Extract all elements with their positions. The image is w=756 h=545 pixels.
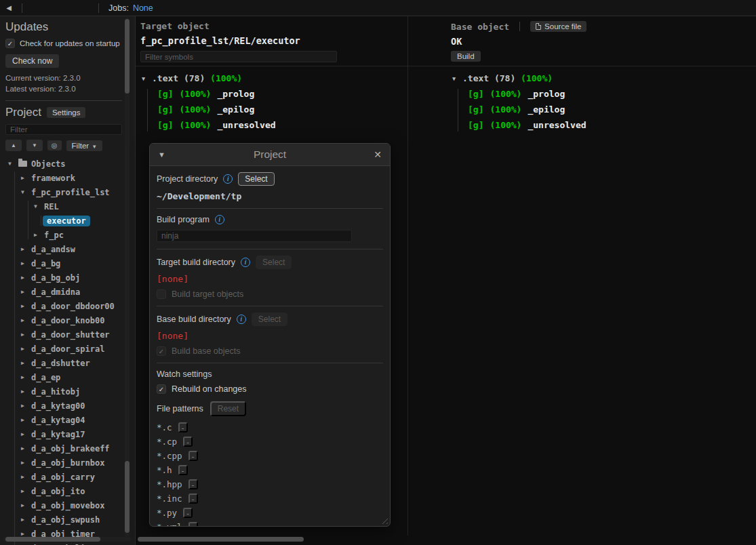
tree-expand-arrow-icon[interactable]: ▶ [21, 517, 31, 523]
remove-pattern-button[interactable]: - [188, 451, 198, 461]
dialog-collapse-arrow-icon[interactable]: ▼ [158, 150, 172, 159]
tree-expand-arrow-icon[interactable]: ▶ [21, 502, 31, 508]
tree-vertical-scrollbar-thumb[interactable] [125, 461, 130, 533]
remove-pattern-button[interactable]: - [188, 479, 198, 489]
sidebar-vertical-scrollbar-thumb[interactable] [125, 19, 130, 94]
sidebar-vertical-scrollbar-track[interactable] [125, 18, 130, 537]
tree-expand-arrow-icon[interactable]: ▶ [21, 289, 31, 295]
rebuild-on-changes-row[interactable]: ✓ Rebuild on changes [157, 384, 383, 394]
tree-filter-dropdown[interactable]: Filter▼ [66, 140, 102, 151]
rebuild-on-changes-checkbox[interactable]: ✓ [157, 384, 166, 394]
remove-pattern-button[interactable]: - [178, 422, 188, 432]
tree-item[interactable]: ▼ Objects [0, 157, 125, 171]
tree-expand-arrow-icon[interactable]: ▶ [21, 403, 31, 409]
tree-expand-arrow-icon[interactable]: ▶ [21, 175, 31, 181]
tree-expand-arrow-icon[interactable]: ▶ [21, 445, 31, 451]
tree-item[interactable]: ▶ framework [0, 171, 125, 185]
tree-expand-arrow-icon[interactable]: ▶ [21, 374, 31, 380]
project-settings-button[interactable]: Settings [47, 107, 86, 118]
info-icon[interactable]: i [237, 315, 246, 324]
tree-item[interactable]: ▶ d_a_obj_brakeeff [0, 441, 125, 456]
project-directory-select-button[interactable]: Select [238, 172, 274, 186]
tree-expand-arrow-icon[interactable]: ▶ [21, 246, 31, 252]
tree-item[interactable]: ▶ d_a_door_spiral [0, 342, 125, 356]
tree-expand-arrow-icon[interactable]: ▶ [21, 474, 31, 480]
section-collapse-arrow-icon[interactable]: ▼ [452, 75, 462, 82]
tree-expand-arrow-icon[interactable]: ▶ [21, 303, 31, 309]
symbol-row[interactable]: [g] (100%) _unresolved [142, 117, 276, 133]
tree-item[interactable]: ▶ d_a_obj_carry [0, 470, 125, 484]
tree-item[interactable]: ▶ d_a_obj_burnbox [0, 456, 125, 470]
symbol-row[interactable]: [g] (100%) _epilog [142, 102, 276, 117]
remove-pattern-button[interactable]: - [178, 465, 188, 475]
info-icon[interactable]: i [215, 215, 224, 224]
build-button[interactable]: Build [451, 51, 481, 62]
tree-expand-arrow-icon[interactable]: ▶ [21, 331, 31, 338]
tree-item[interactable]: ▶ d_a_obj_swpush [0, 512, 125, 527]
main-horizontal-scrollbar-thumb[interactable] [138, 537, 304, 542]
symbol-row[interactable]: [g] (100%) _prolog [142, 86, 276, 102]
tree-item[interactable]: ▶ d_a_ep [0, 370, 125, 384]
tree-item[interactable]: ▶ d_a_kytag17 [0, 427, 125, 441]
check-updates-checkbox[interactable]: ✓ [5, 39, 15, 48]
tree-expand-arrow-icon[interactable]: ▶ [21, 531, 31, 537]
tree-item[interactable]: ▶ d_a_kytag04 [0, 413, 125, 427]
tree-expand-arrow-icon[interactable]: ▼ [8, 161, 18, 167]
info-icon[interactable]: i [223, 174, 233, 184]
close-icon[interactable]: ✕ [368, 149, 382, 160]
remove-pattern-button[interactable]: - [188, 522, 198, 527]
jobs-status[interactable]: None [133, 3, 153, 13]
section-collapse-arrow-icon[interactable]: ▼ [142, 75, 152, 82]
tree-item[interactable]: ▶ d_a_bg_obj [0, 270, 125, 285]
symbol-row[interactable]: [g] (100%) _epilog [452, 102, 586, 117]
remove-pattern-button[interactable]: - [188, 493, 198, 504]
tree-item[interactable]: ▶ d_a_bg [0, 256, 125, 270]
collapse-all-button[interactable]: ▲ [5, 140, 22, 151]
tree-item[interactable]: ▶ d_a_door_knob00 [0, 313, 125, 327]
build-program-input[interactable] [157, 230, 352, 242]
tree-expand-arrow-icon[interactable]: ▶ [21, 431, 31, 437]
tree-expand-arrow-icon[interactable]: ▶ [21, 317, 31, 323]
tree-expand-arrow-icon[interactable]: ▶ [21, 346, 31, 352]
tree-expand-arrow-icon[interactable]: ▶ [21, 388, 31, 395]
tree-item[interactable]: ▶ d_a_door_shutter [0, 327, 125, 342]
tree-expand-arrow-icon[interactable]: ▶ [21, 488, 31, 494]
tree-expand-arrow-icon[interactable]: ▶ [21, 417, 31, 423]
section-header[interactable]: ▼ .text (78) (100%) [142, 70, 276, 86]
tree-item[interactable]: ▶ d_a_door_dbdoor00 [0, 299, 125, 313]
tree-expand-arrow-icon[interactable]: ▶ [34, 232, 44, 238]
source-file-button[interactable]: Source file [530, 21, 586, 32]
tree-expand-arrow-icon[interactable]: ▶ [21, 360, 31, 366]
tree-item[interactable]: ▶ d_a_andsw [0, 242, 125, 256]
tree-expand-arrow-icon[interactable]: ▶ [21, 460, 31, 466]
tree-item[interactable]: ▶ d_a_dmidna [0, 285, 125, 299]
tree-expand-arrow-icon[interactable]: ▶ [21, 275, 31, 281]
tree-item[interactable]: executor [0, 214, 125, 228]
tree-item[interactable]: ▼ REL [0, 199, 125, 214]
tree-expand-arrow-icon[interactable]: ▼ [21, 189, 31, 195]
tree-item[interactable]: ▶ d_a_dshutter [0, 356, 125, 370]
remove-pattern-button[interactable]: - [183, 508, 193, 518]
info-icon[interactable]: i [241, 258, 250, 267]
symbol-row[interactable]: [g] (100%) _unresolved [452, 117, 586, 133]
symbol-row[interactable]: [g] (100%) _prolog [452, 86, 586, 102]
tree-item[interactable]: ▶ d_a_obj_movebox [0, 498, 125, 512]
tree-expand-arrow-icon[interactable]: ▶ [21, 260, 31, 266]
check-updates-checkbox-row[interactable]: ✓ Check for updates on startup [5, 39, 130, 48]
dialog-titlebar[interactable]: ▼ Project ✕ [150, 144, 390, 166]
filter-symbols-input[interactable] [140, 51, 337, 62]
check-now-button[interactable]: Check now [5, 54, 59, 68]
project-filter-input[interactable] [5, 124, 122, 135]
section-header[interactable]: ▼ .text (78) (100%) [452, 70, 586, 86]
remove-pattern-button[interactable]: - [183, 437, 193, 447]
tree-item[interactable]: ▶ d_a_hitobj [0, 384, 125, 399]
back-button[interactable]: ◀ [0, 4, 18, 12]
tree-item[interactable]: ▶ f_pc [0, 228, 125, 242]
tree-item[interactable]: ▶ d_a_kytag00 [0, 399, 125, 413]
sidebar-horizontal-scrollbar-thumb[interactable] [5, 537, 100, 542]
locate-target-button[interactable]: ◎ [47, 140, 62, 150]
expand-all-button[interactable]: ▼ [26, 140, 43, 151]
tree-item[interactable]: ▶ d_a_obj_ito [0, 484, 125, 498]
tree-item[interactable]: ▼ f_pc_profile_lst [0, 185, 125, 199]
tree-expand-arrow-icon[interactable]: ▼ [34, 203, 44, 209]
